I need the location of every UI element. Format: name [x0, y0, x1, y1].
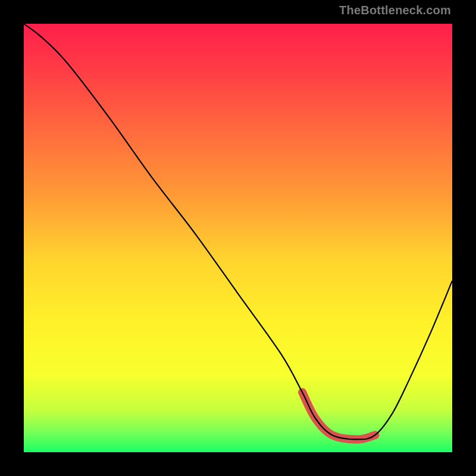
plot-area — [24, 24, 452, 452]
chart-frame: TheBottleneck.com — [0, 0, 476, 476]
watermark-text: TheBottleneck.com — [339, 4, 451, 17]
curve-layer — [24, 24, 452, 452]
bottleneck-curve — [24, 24, 452, 439]
